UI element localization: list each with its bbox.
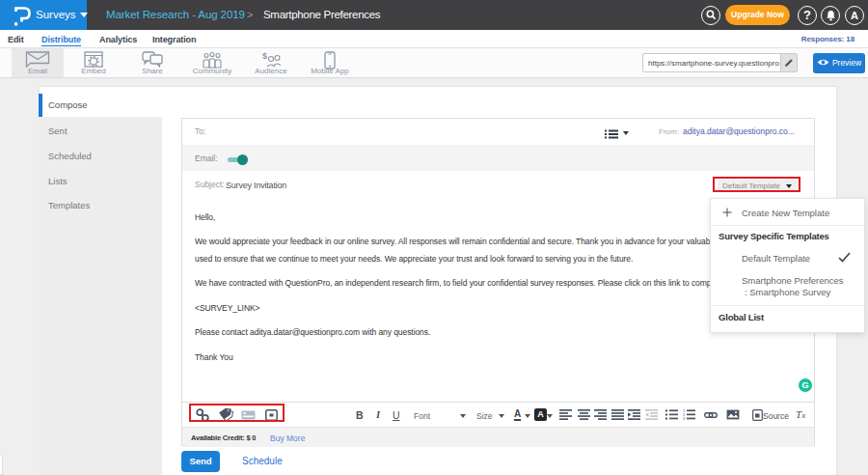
svg-text:3: 3	[683, 416, 686, 420]
svg-text:$: $	[262, 51, 267, 61]
